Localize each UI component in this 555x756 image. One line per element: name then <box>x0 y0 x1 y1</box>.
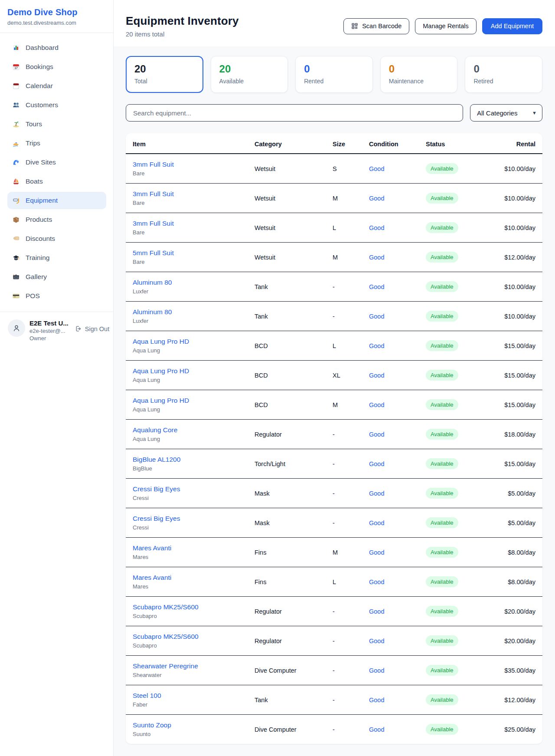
condition-link[interactable]: Good <box>369 608 384 615</box>
item-name-link[interactable]: Aqua Lung Pro HD <box>133 338 255 345</box>
item-name-link[interactable]: Aluminum 80 <box>133 308 255 316</box>
condition-link[interactable]: Good <box>369 638 384 644</box>
item-name-link[interactable]: Aqua Lung Pro HD <box>133 367 255 375</box>
sidebar-item-training[interactable]: Training <box>7 249 106 266</box>
status-badge: Available <box>426 370 458 381</box>
sidebar-item-trips[interactable]: Trips <box>7 135 106 152</box>
rental-price: $10.00/day <box>489 154 542 184</box>
condition-link[interactable]: Good <box>369 224 384 231</box>
condition-link[interactable]: Good <box>369 490 384 497</box>
item-name-link[interactable]: Steel 100 <box>133 692 255 700</box>
sidebar-item-discounts[interactable]: Discounts <box>7 230 106 247</box>
scan-barcode-button[interactable]: Scan Barcode <box>343 18 409 34</box>
condition-link[interactable]: Good <box>369 372 384 379</box>
condition-link[interactable]: Good <box>369 342 384 349</box>
category-select[interactable]: All Categories ▼ <box>470 104 542 122</box>
item-name-link[interactable]: Aqualung Core <box>133 426 255 434</box>
table-header-row: ItemCategorySizeConditionStatusRental <box>126 133 542 154</box>
sidebar-item-boats[interactable]: Boats <box>7 173 106 190</box>
sidebar-item-dashboard[interactable]: Dashboard <box>7 39 106 56</box>
stat-card-retired[interactable]: 0Retired <box>465 56 542 93</box>
condition-link[interactable]: Good <box>369 283 384 290</box>
condition-link[interactable]: Good <box>369 697 384 703</box>
status-badge: Available <box>426 222 458 233</box>
sidebar-item-equipment[interactable]: Equipment <box>7 192 106 209</box>
condition-link[interactable]: Good <box>369 165 384 172</box>
products-icon <box>12 216 20 224</box>
stat-card-rented[interactable]: 0Rented <box>295 56 373 93</box>
item-name-link[interactable]: Cressi Big Eyes <box>133 515 255 523</box>
item-size: M <box>333 243 369 272</box>
gallery-icon <box>12 273 20 281</box>
brand-block: Demo Dive Shop demo.test.divestreams.com <box>0 0 113 33</box>
condition-link[interactable]: Good <box>369 195 384 202</box>
sidebar: Demo Dive Shop demo.test.divestreams.com… <box>0 0 114 756</box>
item-name-link[interactable]: Mares Avanti <box>133 544 255 552</box>
status-badge: Available <box>426 311 458 322</box>
item-name-link[interactable]: Cressi Big Eyes <box>133 485 255 493</box>
user-role: Owner <box>29 335 69 342</box>
filter-row: All Categories ▼ <box>126 104 542 122</box>
dive-sites-icon <box>12 158 20 166</box>
sign-out-button[interactable]: Sign Out <box>75 325 109 332</box>
item-size: - <box>333 272 369 302</box>
condition-link[interactable]: Good <box>369 519 384 526</box>
condition-link[interactable]: Good <box>369 579 384 585</box>
user-panel: E2E Test U... e2e-tester@... Owner Sign … <box>0 312 113 342</box>
table-row: 3mm Full SuitBareWetsuitLGoodAvailable$1… <box>126 213 542 243</box>
sidebar-item-customers[interactable]: Customers <box>7 96 106 114</box>
condition-link[interactable]: Good <box>369 254 384 261</box>
sidebar-item-bookings[interactable]: 17Bookings <box>7 58 106 76</box>
add-equipment-button[interactable]: Add Equipment <box>482 18 542 34</box>
item-name-link[interactable]: Scubapro MK25/S600 <box>133 633 255 641</box>
status-badge: Available <box>426 252 458 263</box>
condition-link[interactable]: Good <box>369 431 384 438</box>
sidebar-item-gallery[interactable]: Gallery <box>7 268 106 286</box>
sidebar-item-pos[interactable]: POS <box>7 287 106 305</box>
rental-price: $15.00/day <box>489 331 542 361</box>
item-category: Tank <box>255 272 333 302</box>
item-name-link[interactable]: Aluminum 80 <box>133 279 255 286</box>
chevron-down-icon: ▼ <box>532 110 537 115</box>
stat-card-total[interactable]: 20Total <box>126 56 203 93</box>
manage-rentals-button[interactable]: Manage Rentals <box>415 18 477 34</box>
item-name-link[interactable]: 3mm Full Suit <box>133 220 255 227</box>
rental-price: $18.00/day <box>489 420 542 449</box>
status-badge: Available <box>426 163 458 174</box>
table-row: Suunto ZoopSuuntoDive Computer-GoodAvail… <box>126 715 542 744</box>
condition-link[interactable]: Good <box>369 726 384 733</box>
item-name-link[interactable]: Suunto Zoop <box>133 721 255 729</box>
item-name-link[interactable]: BigBlue AL1200 <box>133 456 255 463</box>
sidebar-item-calendar[interactable]: Calendar <box>7 77 106 95</box>
item-name-link[interactable]: 3mm Full Suit <box>133 190 255 198</box>
item-name-link[interactable]: 3mm Full Suit <box>133 161 255 168</box>
condition-link[interactable]: Good <box>369 313 384 320</box>
sidebar-item-dive-sites[interactable]: Dive Sites <box>7 154 106 171</box>
sidebar-item-label: Dive Sites <box>26 158 56 166</box>
item-brand: Suunto <box>133 731 255 737</box>
item-brand: Mares <box>133 583 255 590</box>
table-row: Mares AvantiMaresFinsMGoodAvailable$8.00… <box>126 538 542 567</box>
manage-rentals-label: Manage Rentals <box>423 23 469 30</box>
item-name-link[interactable]: Scubapro MK25/S600 <box>133 603 255 611</box>
sidebar-item-tours[interactable]: Tours <box>7 115 106 133</box>
page-title-block: Equipment Inventory 20 items total <box>126 14 238 38</box>
stat-card-maintenance[interactable]: 0Maintenance <box>380 56 458 93</box>
item-name-link[interactable]: Shearwater Peregrine <box>133 662 255 670</box>
sidebar-item-products[interactable]: Products <box>7 211 106 228</box>
condition-link[interactable]: Good <box>369 460 384 467</box>
item-category: Torch/Light <box>255 449 333 479</box>
stat-label: Available <box>219 78 280 85</box>
item-name-link[interactable]: Mares Avanti <box>133 574 255 582</box>
stat-card-available[interactable]: 20Available <box>211 56 288 93</box>
table-row: Aqua Lung Pro HDAqua LungBCDMGoodAvailab… <box>126 390 542 420</box>
condition-link[interactable]: Good <box>369 667 384 674</box>
search-input[interactable] <box>126 104 463 122</box>
condition-link[interactable]: Good <box>369 401 384 408</box>
sign-out-label: Sign Out <box>85 325 109 332</box>
item-name-link[interactable]: Aqua Lung Pro HD <box>133 397 255 404</box>
item-name-link[interactable]: 5mm Full Suit <box>133 249 255 257</box>
stats-row: 20Total20Available0Rented0Maintenance0Re… <box>126 56 542 93</box>
item-size: - <box>333 302 369 331</box>
condition-link[interactable]: Good <box>369 549 384 556</box>
